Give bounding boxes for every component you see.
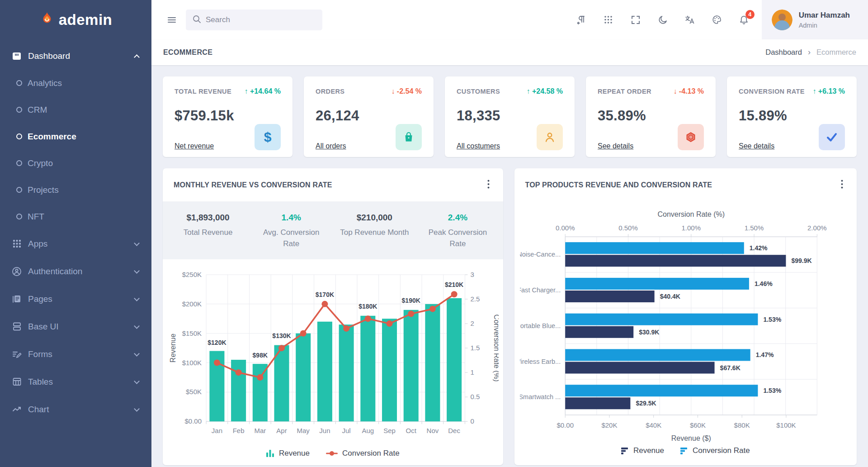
svg-text:1.47%: 1.47% (755, 351, 774, 358)
sidebar-item-crypto[interactable]: Crypto (0, 150, 151, 176)
svg-text:1.5: 1.5 (470, 344, 480, 352)
stat-total-revenue: $1,893,000Total Revenue (166, 213, 250, 249)
sidebar-item-base-ui[interactable]: Base UI (0, 313, 151, 340)
sidebar-item-pages[interactable]: Pages (0, 285, 151, 313)
sidebar-item-dashboard[interactable]: Dashboard (0, 42, 151, 70)
kpi-value: $759.15k (175, 108, 281, 124)
customer-icon (537, 124, 563, 150)
line-marker-icon (326, 451, 338, 456)
see-details-link[interactable]: See details (598, 142, 633, 150)
dark-mode-icon[interactable] (651, 9, 674, 31)
svg-text:Aug: Aug (362, 427, 374, 435)
svg-text:$0.00: $0.00 (557, 421, 574, 429)
page-content: TOTAL REVENUE ↑ +14.64 % $759.15k Net re… (151, 65, 868, 467)
top-header: 4 Umar Hamzah Admin (151, 0, 868, 39)
svg-text:$99.9K: $99.9K (791, 257, 811, 264)
search-box[interactable] (186, 10, 322, 30)
brand-name: ademin (59, 11, 113, 29)
svg-text:$190K: $190K (402, 297, 420, 304)
svg-text:$30.9K: $30.9K (639, 329, 659, 336)
sidebar-item-projects[interactable]: Projects (0, 176, 151, 203)
delta-badge: ↑ +24.58 % (526, 87, 563, 95)
see-details-link[interactable]: See details (739, 142, 774, 150)
top-products-panel: TOP PRODUCTS REVENUE AND CONVERSION RATE… (514, 168, 857, 465)
legend-revenue[interactable]: Revenue (266, 449, 310, 458)
theme-palette-icon[interactable] (706, 9, 728, 31)
sidebar-item-authentication[interactable]: Authentication (0, 257, 151, 285)
svg-text:$98K: $98K (253, 352, 268, 359)
arrow-down-icon: ↓ (391, 87, 395, 95)
net-revenue-link[interactable]: Net revenue (175, 142, 214, 150)
svg-text:$150K: $150K (182, 329, 202, 337)
sidebar-item-forms[interactable]: Forms (0, 340, 151, 368)
stat-top-month: $210,000Top Revenue Month (333, 213, 416, 249)
kpi-value: 18,335 (457, 108, 563, 124)
combo-chart-svg: $0.00$50K$100K$150K$200K$250K00.511.522.… (168, 262, 499, 447)
sidebar-item-nft[interactable]: NFT (0, 203, 151, 230)
breadcrumb-current: Ecommerce (816, 48, 856, 57)
kebab-menu-icon[interactable] (838, 178, 846, 192)
sidebar-item-chart[interactable]: Chart (0, 396, 151, 423)
circle-icon (16, 214, 22, 219)
arrow-up-icon: ↑ (812, 87, 816, 95)
sidebar-item-crm[interactable]: CRM (0, 96, 151, 123)
legend-conversion-rate[interactable]: Conversion Rate (680, 446, 750, 455)
search-input[interactable] (206, 15, 316, 24)
sidebar-item-tables[interactable]: Tables (0, 368, 151, 396)
all-orders-link[interactable]: All orders (316, 142, 346, 150)
pages-icon (12, 294, 22, 304)
kpi-value: 35.89% (598, 108, 704, 124)
notification-bell-icon[interactable]: 4 (733, 9, 755, 31)
kpi-card-repeat-order: REPEAT ORDER ↓ -4.13 % 35.89% See detail… (586, 76, 716, 157)
svg-text:Jul: Jul (342, 427, 351, 435)
top-products-chart: Conversion Rate (%)0.00%0.50%1.00%1.50%2… (514, 201, 857, 444)
svg-text:$200K: $200K (182, 300, 202, 308)
grid-menu-icon[interactable] (597, 9, 620, 31)
legend-revenue[interactable]: Revenue (621, 446, 664, 455)
chart-line-icon (12, 405, 22, 415)
svg-text:1.53%: 1.53% (763, 316, 781, 323)
chevron-down-icon (134, 295, 140, 301)
breadcrumb-dashboard[interactable]: Dashboard (765, 48, 802, 57)
avatar (772, 10, 793, 30)
legend-conversion-rate[interactable]: Conversion Rate (326, 449, 400, 458)
sidebar-item-apps[interactable]: Apps (0, 230, 151, 257)
form-pencil-icon (12, 349, 22, 359)
app-root: ademin Dashboard Analytics CRM Ecommerce… (0, 0, 868, 467)
monthly-revenue-panel: MONTHLY REVENUE VS CONVERSION RATE $1,89… (163, 168, 503, 465)
user-menu[interactable]: Umar Hamzah Admin (762, 0, 868, 39)
svg-text:1.00%: 1.00% (681, 224, 701, 232)
svg-text:Revenue ($): Revenue ($) (671, 434, 711, 442)
combo-legend: Revenue Conversion Rate (163, 447, 503, 465)
all-customers-link[interactable]: All costumers (457, 142, 500, 150)
circle-icon (16, 80, 22, 86)
page-title: ECOMMERCE (163, 48, 212, 57)
kpi-card-total-revenue: TOTAL REVENUE ↑ +14.64 % $759.15k Net re… (163, 76, 292, 157)
panel-title: MONTHLY REVENUE VS CONVERSION RATE (174, 181, 332, 189)
svg-text:Wireless Earb...: Wireless Earb... (520, 358, 561, 365)
stat-peak-conversion: 2.4%Peak Conversion Rate (416, 213, 499, 249)
panel-title: TOP PRODUCTS REVENUE AND CONVERSION RATE (525, 181, 712, 189)
breadcrumb: Dashboard › Ecommerce (765, 48, 856, 57)
sidebar-item-ecommerce[interactable]: Ecommerce (0, 123, 151, 150)
check-icon (819, 124, 845, 150)
hamburger-menu-button[interactable] (160, 9, 183, 31)
sidebar-nav: Dashboard Analytics CRM Ecommerce Crypto… (0, 39, 151, 423)
svg-text:Sep: Sep (383, 427, 396, 435)
svg-text:$170K: $170K (316, 291, 334, 298)
svg-text:1.53%: 1.53% (763, 387, 781, 394)
kebab-menu-icon[interactable] (485, 178, 492, 192)
brand-logo[interactable]: ademin (0, 0, 151, 39)
translate-icon[interactable] (679, 9, 701, 31)
sidebar-item-analytics[interactable]: Analytics (0, 70, 151, 96)
text-direction-icon[interactable] (570, 9, 593, 31)
svg-text:2: 2 (470, 319, 474, 327)
svg-text:1.50%: 1.50% (744, 224, 764, 232)
main-area: 4 Umar Hamzah Admin ECOMMERCE Dashboard … (151, 0, 868, 467)
arrow-up-icon: ↑ (526, 87, 530, 95)
svg-text:$40K: $40K (646, 421, 661, 429)
flame-logo-icon (39, 11, 55, 29)
breadcrumb-separator-icon: › (808, 48, 811, 57)
fullscreen-icon[interactable] (624, 9, 647, 31)
kpi-card-orders: ORDERS ↓ -2.54 % 26,124 All orders (304, 76, 434, 157)
